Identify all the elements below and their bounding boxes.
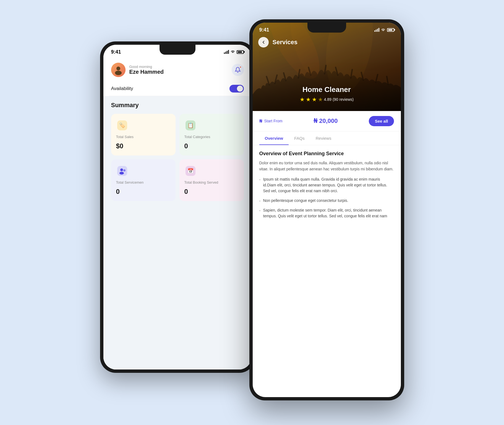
card-total-categories-value: 0 xyxy=(184,142,239,150)
rating-row: ★ ★ ★ ★ 4.89 (90 reviews) xyxy=(253,96,401,103)
card-total-servicemen: Total Servicemen 0 xyxy=(111,159,176,201)
card-total-categories-label: Total Categories xyxy=(184,135,239,139)
phone2-wifi-icon xyxy=(381,28,385,31)
availability-toggle[interactable] xyxy=(229,85,244,93)
cards-grid: 🏷️ Total Sales $0 📋 xyxy=(111,114,244,201)
user-name: Eze Hammed xyxy=(129,69,164,75)
phone1-header: Good morning Eze Hammed xyxy=(103,57,252,81)
bullet-2: Non pellentesque congue eget consectetur… xyxy=(259,198,394,204)
overview-content: Overview of Event Planning Service Dolor… xyxy=(253,145,401,397)
svg-point-8 xyxy=(123,169,126,171)
card-total-sales: 🏷️ Total Sales $0 xyxy=(111,114,176,155)
star-2: ★ xyxy=(306,96,311,103)
phone2-notch xyxy=(307,23,346,33)
wifi-icon xyxy=(231,50,235,54)
naira-icon: ₦ xyxy=(259,118,262,124)
star-4: ★ xyxy=(318,96,323,103)
phone1-device: 9:41 xyxy=(100,41,255,373)
notification-dot xyxy=(239,66,242,68)
phone2-battery-icon xyxy=(387,28,394,32)
greeting-text: Good morning xyxy=(129,65,164,69)
hero-content: Home Cleaner ★ ★ ★ ★ 4.89 (90 reviews) xyxy=(253,85,401,103)
start-from-label: Start From xyxy=(264,119,283,123)
services-header: Services xyxy=(253,37,401,47)
card-total-servicemen-label: Total Servicemen xyxy=(116,180,171,184)
phone1-status-icons xyxy=(224,50,244,54)
card-total-servicemen-value: 0 xyxy=(116,188,171,196)
tabs-row: Overview FAQs Reviews xyxy=(253,131,401,145)
signal-icon xyxy=(224,50,229,54)
availability-label: Availability xyxy=(111,86,133,91)
servicemen-icon xyxy=(116,165,128,177)
phone2-time: 9:41 xyxy=(259,27,269,33)
services-page-title: Services xyxy=(273,39,298,46)
bullet-3: Sapien, dictum molestie sem tempor. Diam… xyxy=(259,207,394,219)
battery-icon xyxy=(237,50,244,54)
card-total-booking-label: Total Booking Served xyxy=(184,180,239,184)
svg-point-0 xyxy=(116,67,120,70)
toggle-thumb xyxy=(237,86,243,92)
see-all-button[interactable]: See all xyxy=(369,116,394,126)
booking-icon: 📅 xyxy=(184,165,197,177)
tab-faqs[interactable]: FAQs xyxy=(289,131,310,145)
price-amount: ₦ 20,000 xyxy=(314,117,338,125)
availability-row: Availability xyxy=(103,81,252,96)
card-total-sales-label: Total Sales xyxy=(116,135,171,139)
phone2-device: 9:41 xyxy=(249,19,404,400)
phone2-signal-icon xyxy=(374,28,379,32)
summary-title: Summary xyxy=(111,102,244,109)
scene: 9:41 xyxy=(100,19,404,406)
phone1-notch xyxy=(160,45,195,55)
hero-section: 9:41 xyxy=(253,23,401,111)
phone2-status-icons xyxy=(374,28,394,32)
rating-text: 4.89 (90 reviews) xyxy=(324,97,354,102)
svg-text:🏷️: 🏷️ xyxy=(119,122,126,128)
notification-bell[interactable] xyxy=(232,64,244,76)
svg-text:📋: 📋 xyxy=(187,122,194,128)
back-button[interactable] xyxy=(258,37,269,47)
sales-icon: 🏷️ xyxy=(116,119,128,131)
phone1-status-bar: 9:41 xyxy=(103,45,252,57)
user-greeting-block: Good morning Eze Hammed xyxy=(129,65,164,75)
phone1-time: 9:41 xyxy=(111,49,121,55)
svg-point-7 xyxy=(120,168,123,171)
phone1-content: Good morning Eze Hammed Availabil xyxy=(103,57,252,369)
overview-body: Dolor enim eu tortor urna sed duis nulla… xyxy=(259,160,394,172)
star-3: ★ xyxy=(312,96,317,103)
overview-bullets: Ipsum sit mattis nulla quam nulla. Gravi… xyxy=(259,176,394,219)
avatar xyxy=(111,63,126,77)
start-from: ₦ Start From xyxy=(259,118,283,124)
tab-reviews[interactable]: Reviews xyxy=(310,131,337,145)
overview-title: Overview of Event Planning Service xyxy=(259,151,394,157)
card-total-booking-value: 0 xyxy=(184,188,239,196)
svg-point-9 xyxy=(119,172,124,175)
svg-point-1 xyxy=(115,71,122,75)
bullet-1: Ipsum sit mattis nulla quam nulla. Gravi… xyxy=(259,176,394,194)
user-info: Good morning Eze Hammed xyxy=(111,63,164,77)
card-total-sales-value: $0 xyxy=(116,142,171,150)
card-total-booking: 📅 Total Booking Served 0 xyxy=(179,159,244,201)
svg-text:📅: 📅 xyxy=(187,168,194,174)
summary-section: Summary 🏷️ Total Sales $0 xyxy=(103,96,252,369)
star-1: ★ xyxy=(300,96,305,103)
card-total-categories: 📋 Total Categories 0 xyxy=(179,114,244,155)
service-name: Home Cleaner xyxy=(253,85,401,94)
tab-overview[interactable]: Overview xyxy=(259,131,289,145)
price-section: ₦ Start From ₦ 20,000 See all xyxy=(253,111,401,131)
categories-icon: 📋 xyxy=(184,119,197,131)
